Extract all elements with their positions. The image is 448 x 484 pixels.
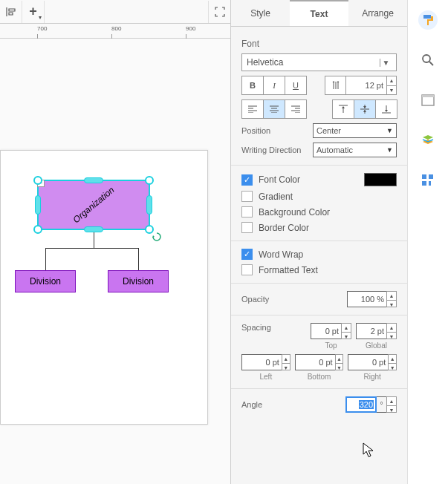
- gradient-label: Gradient: [259, 192, 293, 202]
- gradient-checkbox[interactable]: [241, 191, 253, 202]
- vertical-text-button[interactable]: [325, 76, 347, 95]
- formatted-text-checkbox[interactable]: [241, 264, 253, 275]
- font-family-value: Helvetica: [247, 57, 283, 68]
- ruler: 700 800 900: [0, 24, 230, 39]
- opacity-input[interactable]: 100 %: [347, 291, 387, 307]
- align-center-button[interactable]: [263, 99, 285, 119]
- writing-direction-value: Automatic: [316, 145, 353, 154]
- italic-button[interactable]: I: [263, 76, 285, 95]
- spacing-bottom-input[interactable]: 0 pt: [295, 354, 336, 370]
- background-color-label: Background Color: [259, 207, 330, 218]
- format-paint-icon[interactable]: [418, 10, 438, 30]
- valign-top-button[interactable]: [332, 99, 354, 119]
- resize-handle[interactable]: [84, 226, 103, 232]
- spinner-down-icon[interactable]: ▼: [387, 86, 396, 95]
- resize-handle[interactable]: [145, 176, 154, 185]
- align-left-button[interactable]: [241, 99, 264, 119]
- bold-button[interactable]: B: [241, 76, 264, 95]
- position-label: Position: [241, 126, 308, 135]
- tab-arrange[interactable]: Arrange: [348, 0, 407, 26]
- svg-rect-2: [422, 95, 434, 97]
- resize-handle[interactable]: [84, 177, 103, 183]
- tab-style[interactable]: Style: [231, 0, 290, 26]
- angle-input[interactable]: 320: [345, 396, 377, 413]
- resize-handle[interactable]: [146, 195, 152, 215]
- canvas[interactable]: − Organization Division Division: [0, 39, 230, 484]
- spinner-down-icon[interactable]: ▼: [387, 406, 396, 414]
- spacing-global-label: Global: [356, 341, 397, 350]
- formatted-text-label: Formatted Text: [259, 265, 318, 275]
- connector: [138, 248, 139, 270]
- resize-handle[interactable]: [35, 195, 41, 215]
- connector: [45, 248, 46, 270]
- spacing-left-label: Left: [241, 373, 290, 381]
- spacing-left-spinner[interactable]: ▲▼: [282, 354, 290, 370]
- tab-text[interactable]: Text: [290, 0, 348, 26]
- search-icon[interactable]: [418, 50, 438, 70]
- spacing-top-spinner[interactable]: ▲▼: [341, 323, 351, 339]
- underline-button[interactable]: U: [285, 76, 307, 95]
- font-family-select[interactable]: Helvetica ▼: [241, 53, 397, 71]
- border-color-label: Border Color: [259, 223, 309, 233]
- dropdown-arrow-icon: ▼: [380, 59, 392, 67]
- rotate-handle-icon[interactable]: [152, 232, 162, 242]
- spinner-up-icon[interactable]: ▲: [387, 76, 396, 86]
- outline-icon[interactable]: [418, 91, 438, 110]
- writing-direction-select[interactable]: Automatic▼: [313, 143, 397, 157]
- font-section-label: Font: [241, 39, 397, 49]
- spacing-bottom-label: Bottom: [295, 373, 344, 381]
- word-wrap-label: Word Wrap: [259, 249, 303, 260]
- panel-tabs: Style Text Arrange: [231, 0, 407, 27]
- fit-screen-icon[interactable]: [208, 1, 230, 23]
- align-tool-icon[interactable]: [0, 1, 22, 23]
- angle-suffix: °: [377, 396, 387, 413]
- shapes-icon[interactable]: [418, 171, 438, 190]
- font-color-swatch[interactable]: [364, 173, 397, 186]
- angle-spinner[interactable]: ▲▼: [386, 396, 397, 413]
- resize-handle[interactable]: [33, 176, 42, 185]
- top-toolbar: +▾: [0, 0, 230, 24]
- word-wrap-checkbox[interactable]: [241, 249, 253, 260]
- resize-handle[interactable]: [33, 225, 42, 234]
- shape-label: Organization: [71, 185, 116, 225]
- position-value: Center: [316, 126, 341, 135]
- shape-label: Division: [30, 276, 61, 287]
- font-size-input[interactable]: 12 pt: [345, 76, 387, 95]
- spacing-global-input[interactable]: 2 pt: [356, 323, 387, 339]
- position-select[interactable]: Center▼: [313, 123, 397, 138]
- spacing-top-input[interactable]: 0 pt: [311, 323, 342, 339]
- shape-label: Division: [123, 276, 154, 287]
- format-panel: Style Text Arrange Font Helvetica ▼ B I …: [230, 0, 407, 484]
- spacing-right-spinner[interactable]: ▲▼: [388, 354, 397, 370]
- spinner-down-icon[interactable]: ▼: [387, 301, 396, 309]
- layers-icon[interactable]: [418, 131, 438, 150]
- font-color-label: Font Color: [259, 174, 300, 185]
- dropdown-arrow-icon: ▼: [386, 127, 393, 134]
- shape-division[interactable]: Division: [15, 270, 76, 292]
- font-color-checkbox[interactable]: [241, 174, 253, 186]
- ruler-tick: 700: [37, 25, 47, 32]
- writing-direction-label: Writing Direction: [241, 145, 308, 154]
- align-right-button[interactable]: [285, 99, 307, 119]
- border-color-checkbox[interactable]: [241, 222, 253, 233]
- spacing-bottom-spinner[interactable]: ▲▼: [335, 354, 344, 370]
- spinner-up-icon[interactable]: ▲: [387, 397, 396, 406]
- spacing-left-input[interactable]: 0 pt: [241, 354, 282, 370]
- valign-middle-button[interactable]: [354, 99, 376, 119]
- connector: [94, 230, 94, 248]
- opacity-spinner[interactable]: ▲▼: [386, 291, 397, 307]
- spacing-right-input[interactable]: 0 pt: [348, 354, 389, 370]
- dropdown-arrow-icon: ▼: [386, 146, 393, 154]
- insert-tool-icon[interactable]: +▾: [22, 1, 45, 23]
- svg-rect-6: [429, 181, 431, 186]
- angle-label: Angle: [241, 400, 341, 409]
- valign-bottom-button[interactable]: [375, 99, 397, 119]
- font-size-spinner[interactable]: ▲▼: [386, 76, 397, 95]
- opacity-label: Opacity: [241, 295, 343, 304]
- spinner-up-icon[interactable]: ▲: [387, 292, 396, 301]
- spacing-global-spinner[interactable]: ▲▼: [386, 323, 397, 339]
- shape-division[interactable]: Division: [108, 270, 169, 292]
- shape-organization[interactable]: − Organization: [37, 180, 150, 230]
- svg-point-0: [423, 55, 430, 62]
- background-color-checkbox[interactable]: [241, 206, 253, 218]
